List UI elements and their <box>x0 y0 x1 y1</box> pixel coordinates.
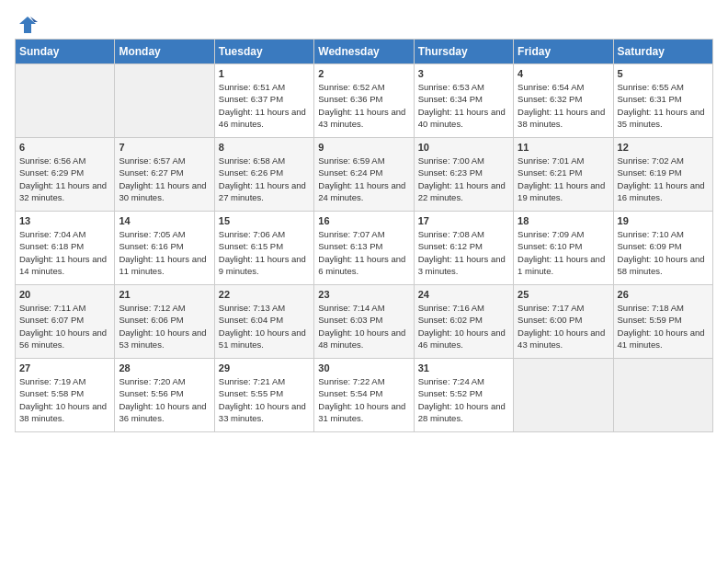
day-number: 25 <box>518 289 609 300</box>
calendar-body: 1Sunrise: 6:51 AMSunset: 6:37 PMDaylight… <box>16 64 713 432</box>
day-detail: Sunrise: 6:57 AMSunset: 6:27 PMDaylight:… <box>119 155 206 202</box>
day-cell: 27Sunrise: 7:19 AMSunset: 5:58 PMDayligh… <box>16 359 115 432</box>
week-row-2: 6Sunrise: 6:56 AMSunset: 6:29 PMDaylight… <box>16 138 713 212</box>
day-number: 8 <box>219 142 310 153</box>
day-cell: 1Sunrise: 6:51 AMSunset: 6:37 PMDaylight… <box>214 64 313 138</box>
day-cell: 31Sunrise: 7:24 AMSunset: 5:52 PMDayligh… <box>414 359 513 432</box>
day-number: 10 <box>418 142 509 153</box>
day-detail: Sunrise: 6:58 AMSunset: 6:26 PMDaylight:… <box>219 155 306 202</box>
day-cell: 28Sunrise: 7:20 AMSunset: 5:56 PMDayligh… <box>115 359 214 432</box>
day-cell: 18Sunrise: 7:09 AMSunset: 6:10 PMDayligh… <box>514 212 613 285</box>
day-cell: 19Sunrise: 7:10 AMSunset: 6:09 PMDayligh… <box>613 212 712 285</box>
day-detail: Sunrise: 7:16 AMSunset: 6:02 PMDaylight:… <box>418 303 506 350</box>
day-cell: 9Sunrise: 6:59 AMSunset: 6:24 PMDaylight… <box>314 138 414 212</box>
day-detail: Sunrise: 7:05 AMSunset: 6:16 PMDaylight:… <box>119 229 206 276</box>
day-cell: 25Sunrise: 7:17 AMSunset: 6:00 PMDayligh… <box>514 285 613 359</box>
day-cell: 8Sunrise: 6:58 AMSunset: 6:26 PMDaylight… <box>214 138 313 212</box>
day-number: 21 <box>119 289 210 300</box>
week-row-4: 20Sunrise: 7:11 AMSunset: 6:07 PMDayligh… <box>16 285 713 359</box>
day-cell: 23Sunrise: 7:14 AMSunset: 6:03 PMDayligh… <box>314 285 414 359</box>
day-cell: 12Sunrise: 7:02 AMSunset: 6:19 PMDayligh… <box>613 138 712 212</box>
logo <box>15 15 38 31</box>
page-header <box>15 15 713 31</box>
day-detail: Sunrise: 7:02 AMSunset: 6:19 PMDaylight:… <box>618 155 705 202</box>
day-number: 16 <box>318 215 409 226</box>
day-detail: Sunrise: 7:04 AMSunset: 6:18 PMDaylight:… <box>19 229 107 276</box>
header-cell-saturday: Saturday <box>613 40 712 64</box>
day-number: 13 <box>19 215 110 226</box>
day-cell: 22Sunrise: 7:13 AMSunset: 6:04 PMDayligh… <box>214 285 313 359</box>
day-cell: 13Sunrise: 7:04 AMSunset: 6:18 PMDayligh… <box>16 212 115 285</box>
day-cell: 15Sunrise: 7:06 AMSunset: 6:15 PMDayligh… <box>214 212 313 285</box>
day-number: 9 <box>318 142 409 153</box>
day-number: 4 <box>518 68 609 79</box>
week-row-5: 27Sunrise: 7:19 AMSunset: 5:58 PMDayligh… <box>16 359 713 432</box>
day-detail: Sunrise: 7:12 AMSunset: 6:06 PMDaylight:… <box>119 303 206 350</box>
day-cell: 3Sunrise: 6:53 AMSunset: 6:34 PMDaylight… <box>414 64 513 138</box>
week-row-1: 1Sunrise: 6:51 AMSunset: 6:37 PMDaylight… <box>16 64 713 138</box>
day-cell: 30Sunrise: 7:22 AMSunset: 5:54 PMDayligh… <box>314 359 414 432</box>
day-number: 27 <box>19 362 110 373</box>
day-detail: Sunrise: 7:17 AMSunset: 6:00 PMDaylight:… <box>518 303 605 350</box>
day-number: 18 <box>518 215 609 226</box>
day-number: 7 <box>119 142 210 153</box>
header-cell-sunday: Sunday <box>16 40 115 64</box>
day-detail: Sunrise: 7:19 AMSunset: 5:58 PMDaylight:… <box>19 376 107 423</box>
day-detail: Sunrise: 6:56 AMSunset: 6:29 PMDaylight:… <box>19 155 107 202</box>
day-cell <box>514 359 613 432</box>
day-number: 6 <box>19 142 110 153</box>
header-cell-monday: Monday <box>115 40 214 64</box>
day-number: 29 <box>219 362 310 373</box>
day-number: 17 <box>418 215 509 226</box>
day-cell: 24Sunrise: 7:16 AMSunset: 6:02 PMDayligh… <box>414 285 513 359</box>
day-detail: Sunrise: 7:01 AMSunset: 6:21 PMDaylight:… <box>518 155 605 202</box>
header-cell-tuesday: Tuesday <box>214 40 313 64</box>
day-detail: Sunrise: 6:55 AMSunset: 6:31 PMDaylight:… <box>618 82 705 129</box>
day-number: 26 <box>618 289 709 300</box>
day-cell: 21Sunrise: 7:12 AMSunset: 6:06 PMDayligh… <box>115 285 214 359</box>
day-detail: Sunrise: 7:22 AMSunset: 5:54 PMDaylight:… <box>318 376 405 423</box>
day-number: 22 <box>219 289 310 300</box>
day-number: 28 <box>119 362 210 373</box>
week-row-3: 13Sunrise: 7:04 AMSunset: 6:18 PMDayligh… <box>16 212 713 285</box>
day-cell: 4Sunrise: 6:54 AMSunset: 6:32 PMDaylight… <box>514 64 613 138</box>
day-cell <box>613 359 712 432</box>
day-detail: Sunrise: 7:07 AMSunset: 6:13 PMDaylight:… <box>318 229 405 276</box>
logo-bird-icon <box>17 15 38 35</box>
day-number: 14 <box>119 215 210 226</box>
day-cell: 10Sunrise: 7:00 AMSunset: 6:23 PMDayligh… <box>414 138 513 212</box>
day-detail: Sunrise: 7:24 AMSunset: 5:52 PMDaylight:… <box>418 376 506 423</box>
day-detail: Sunrise: 7:13 AMSunset: 6:04 PMDaylight:… <box>219 303 306 350</box>
day-detail: Sunrise: 7:20 AMSunset: 5:56 PMDaylight:… <box>119 376 206 423</box>
day-number: 20 <box>19 289 110 300</box>
day-cell: 20Sunrise: 7:11 AMSunset: 6:07 PMDayligh… <box>16 285 115 359</box>
day-detail: Sunrise: 7:08 AMSunset: 6:12 PMDaylight:… <box>418 229 506 276</box>
day-number: 1 <box>219 68 310 79</box>
day-detail: Sunrise: 6:51 AMSunset: 6:37 PMDaylight:… <box>219 82 306 129</box>
day-cell: 11Sunrise: 7:01 AMSunset: 6:21 PMDayligh… <box>514 138 613 212</box>
day-cell: 26Sunrise: 7:18 AMSunset: 5:59 PMDayligh… <box>613 285 712 359</box>
day-number: 3 <box>418 68 509 79</box>
day-detail: Sunrise: 7:00 AMSunset: 6:23 PMDaylight:… <box>418 155 506 202</box>
day-detail: Sunrise: 7:09 AMSunset: 6:10 PMDaylight:… <box>518 229 605 276</box>
header-cell-wednesday: Wednesday <box>314 40 414 64</box>
day-cell: 14Sunrise: 7:05 AMSunset: 6:16 PMDayligh… <box>115 212 214 285</box>
day-number: 24 <box>418 289 509 300</box>
day-detail: Sunrise: 7:06 AMSunset: 6:15 PMDaylight:… <box>219 229 306 276</box>
header-row: SundayMondayTuesdayWednesdayThursdayFrid… <box>16 40 713 64</box>
day-cell: 6Sunrise: 6:56 AMSunset: 6:29 PMDaylight… <box>16 138 115 212</box>
day-detail: Sunrise: 7:21 AMSunset: 5:55 PMDaylight:… <box>219 376 306 423</box>
day-number: 5 <box>618 68 709 79</box>
day-number: 23 <box>318 289 409 300</box>
day-number: 30 <box>318 362 409 373</box>
day-detail: Sunrise: 7:11 AMSunset: 6:07 PMDaylight:… <box>19 303 107 350</box>
day-cell: 7Sunrise: 6:57 AMSunset: 6:27 PMDaylight… <box>115 138 214 212</box>
day-cell <box>115 64 214 138</box>
day-number: 31 <box>418 362 509 373</box>
calendar-header: SundayMondayTuesdayWednesdayThursdayFrid… <box>16 40 713 64</box>
header-cell-thursday: Thursday <box>414 40 513 64</box>
day-number: 19 <box>618 215 709 226</box>
day-detail: Sunrise: 7:14 AMSunset: 6:03 PMDaylight:… <box>318 303 405 350</box>
day-cell: 16Sunrise: 7:07 AMSunset: 6:13 PMDayligh… <box>314 212 414 285</box>
day-detail: Sunrise: 7:10 AMSunset: 6:09 PMDaylight:… <box>618 229 705 276</box>
